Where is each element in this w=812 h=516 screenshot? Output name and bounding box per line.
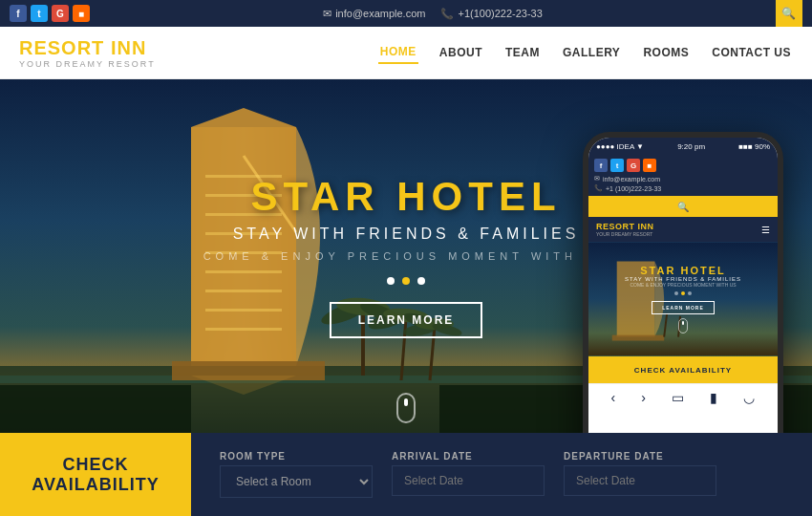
hero-section: STAR HOTEL STAY WITH FRIENDS & FAMILIES … <box>0 79 812 433</box>
phone-search-icon: 🔍 <box>677 202 689 212</box>
phone-back-icon[interactable]: ‹ <box>611 390 616 405</box>
phone-tab-icon[interactable]: ◡ <box>743 390 755 405</box>
phone-screen: ●●●● IDEA ▼ 9:20 pm ■■■ 90% f t G ■ ✉ <box>588 138 778 433</box>
phone-status-bar: ●●●● IDEA ▼ 9:20 pm ■■■ 90% <box>588 138 778 155</box>
phone-learn-btn[interactable]: LEARN MORE <box>652 301 715 314</box>
hero-dots <box>203 277 609 285</box>
phone-hero-tagline: COME & ENJOY PRECIOUS MOMENT WITH US <box>625 282 741 288</box>
nav-team[interactable]: TEAM <box>503 42 542 63</box>
scroll-indicator <box>396 393 416 423</box>
phone-info: 📞 +1(100)222-23-33 <box>440 8 542 20</box>
logo: RESORT INN YOUR DREAMY RESORT <box>19 37 156 69</box>
phone-dots <box>625 291 741 295</box>
phone-time: 9:20 pm <box>677 142 705 151</box>
nav-rooms[interactable]: ROOMS <box>641 42 691 63</box>
phone-hero-title: STAR HOTEL <box>625 265 741 276</box>
phone-logo-text: RESORT INN <box>596 222 654 231</box>
phone-share-icon[interactable]: ▭ <box>672 390 684 405</box>
phone-dot-3 <box>688 291 692 295</box>
hero-subtitle: STAY WITH FRIENDS & FAMILIES <box>203 226 609 243</box>
phone-gp-icon[interactable]: G <box>627 159 640 172</box>
check-availability-label: CHECK AVAILABILITY <box>0 433 191 516</box>
navigation: HOME ABOUT TEAM GALLERY ROOMS CONTACT US <box>378 41 793 64</box>
phone-dot-2 <box>681 291 685 295</box>
phone-social-row: f t G ■ <box>594 159 772 172</box>
phone-bottom-nav: ‹ › ▭ ▮ ◡ <box>588 383 778 410</box>
logo-subtitle: YOUR DREAMY RESORT <box>19 59 156 69</box>
phone-phone-item: 📞 +1 (100)222-23-33 <box>594 184 772 192</box>
phone-menu-icon[interactable]: ☰ <box>761 225 770 235</box>
dot-3[interactable] <box>417 277 425 285</box>
phone-email-icon: ✉ <box>594 175 600 183</box>
arrival-date-field: ARRIVAL DATE <box>392 451 545 498</box>
departure-date-input[interactable] <box>564 465 716 496</box>
svg-rect-33 <box>612 335 664 341</box>
room-type-field: ROOM TYPE Select a Room <box>220 451 373 498</box>
contact-info: ✉ info@example.com 📞 +1(100)222-23-33 <box>323 8 543 20</box>
googleplus-icon[interactable]: G <box>52 5 69 22</box>
rss-icon[interactable]: ■ <box>73 5 90 22</box>
phone-scroll-indicator <box>678 318 688 333</box>
dot-1[interactable] <box>387 277 395 285</box>
phone-tw-icon[interactable]: t <box>610 159 624 172</box>
search-button[interactable]: 🔍 <box>776 0 802 27</box>
phone-nav-bar: RESORT INN YOUR DREAMY RESORT ☰ <box>588 217 778 242</box>
phone-search-bar[interactable]: 🔍 <box>588 196 778 217</box>
phone-contact-info: ✉ info@example.com 📞 +1 (100)222-23-33 <box>594 175 772 192</box>
dot-2[interactable] <box>402 277 410 285</box>
phone-overlay: ●●●● IDEA ▼ 9:20 pm ■■■ 90% f t G ■ ✉ <box>583 132 783 433</box>
learn-more-button[interactable]: LEARN MORE <box>330 302 483 338</box>
departure-date-label: DEPARTURE DATE <box>564 451 716 462</box>
departure-date-field: DEPARTURE DATE <box>564 451 716 498</box>
hero-title: STAR HOTEL <box>203 174 609 220</box>
room-type-select[interactable]: Select a Room <box>220 465 373 498</box>
phone-frame: ●●●● IDEA ▼ 9:20 pm ■■■ 90% f t G ■ ✉ <box>583 132 783 433</box>
nav-home[interactable]: HOME <box>378 41 418 64</box>
arrival-date-label: ARRIVAL DATE <box>392 451 545 462</box>
phone-hero-content: STAR HOTEL STAY WITH FRIENDS & FAMILIES … <box>625 265 741 333</box>
nav-about[interactable]: ABOUT <box>438 42 484 63</box>
scroll-dot <box>404 398 408 406</box>
hero-tagline: COME & ENJOY PRECIOUS MOMENT WITH US <box>203 250 609 262</box>
email-info: ✉ info@example.com <box>323 8 425 20</box>
email-icon: ✉ <box>323 8 331 20</box>
phone-fb-icon[interactable]: f <box>594 159 608 172</box>
phone-battery: ■■■ 90% <box>738 142 770 151</box>
phone-icon: 📞 <box>440 8 454 20</box>
nav-contact[interactable]: CONTACT US <box>710 42 793 63</box>
arrival-date-input[interactable] <box>392 465 545 496</box>
availability-fields: ROOM TYPE Select a Room ARRIVAL DATE DEP… <box>191 451 812 498</box>
phone-bookmark-icon[interactable]: ▮ <box>710 390 717 405</box>
room-type-label: ROOM TYPE <box>220 451 373 462</box>
phone-scroll-dot <box>682 321 684 325</box>
twitter-icon[interactable]: t <box>31 5 48 22</box>
phone-check-avail[interactable]: CHECK AVAILABILITY <box>588 356 778 383</box>
phone-forward-icon[interactable]: › <box>641 390 646 405</box>
phone-hero: STAR HOTEL STAY WITH FRIENDS & FAMILIES … <box>588 242 778 356</box>
phone-top-bar: f t G ■ ✉ info@example.com 📞 +1 (100)222… <box>588 155 778 196</box>
phone-phone-icon: 📞 <box>594 184 603 192</box>
social-icons: f t G ■ <box>10 5 90 22</box>
phone-logo: RESORT INN YOUR DREAMY RESORT <box>596 222 654 237</box>
phone-dot-1 <box>674 291 678 295</box>
phone-carrier: ●●●● IDEA ▼ <box>596 142 644 151</box>
nav-gallery[interactable]: GALLERY <box>561 42 622 63</box>
hero-content: STAR HOTEL STAY WITH FRIENDS & FAMILIES … <box>203 174 609 338</box>
phone-rss-icon[interactable]: ■ <box>643 159 656 172</box>
header: RESORT INN YOUR DREAMY RESORT HOME ABOUT… <box>0 27 812 79</box>
logo-title: RESORT INN <box>19 37 156 59</box>
phone-email-item: ✉ info@example.com <box>594 175 772 183</box>
facebook-icon[interactable]: f <box>10 5 27 22</box>
top-bar: f t G ■ ✉ info@example.com 📞 +1(100)222-… <box>0 0 812 27</box>
availability-bar: CHECK AVAILABILITY ROOM TYPE Select a Ro… <box>0 433 812 516</box>
